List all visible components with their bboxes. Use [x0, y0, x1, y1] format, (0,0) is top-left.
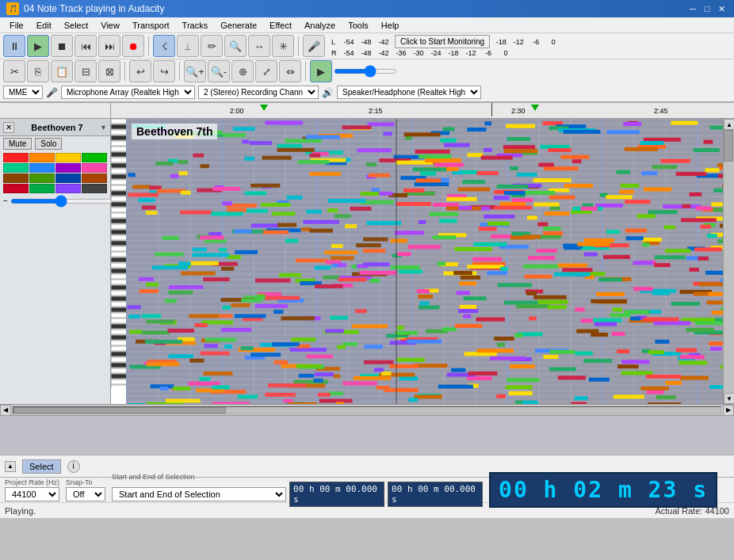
vu-tick--48: -48 [357, 38, 375, 46]
multi-tool[interactable]: ✳ [272, 35, 294, 57]
draw-tool[interactable]: ✏ [201, 35, 223, 57]
zoom-sel-button[interactable]: ⊕ [231, 60, 254, 82]
color-cell-teal[interactable] [3, 163, 29, 173]
menu-analyze[interactable]: Analyze [298, 19, 342, 32]
rewind-button[interactable]: ⏮ [75, 35, 97, 57]
track-dropdown-button[interactable]: ▼ [100, 124, 107, 131]
color-cell-crimson[interactable] [3, 184, 29, 193]
device-row: MME 🎤 Microphone Array (Realtek High 2 (… [0, 83, 734, 102]
bottom-left-triangle[interactable]: ▲ [5, 461, 16, 472]
envelope-tool[interactable]: ⟂ [177, 35, 199, 57]
cut-button[interactable]: ✂ [3, 60, 25, 82]
scroll-right-arrow[interactable]: ▶ [723, 405, 734, 416]
skip-end-button[interactable]: ⏭ [98, 35, 120, 57]
playhead-right-marker [531, 105, 539, 111]
color-cell-violet[interactable] [55, 184, 81, 193]
menu-file[interactable]: File [3, 19, 30, 32]
menu-tools[interactable]: Tools [342, 19, 375, 32]
h-scroll-thumb[interactable] [13, 407, 226, 413]
color-cell-navy[interactable] [55, 173, 81, 183]
paste-button[interactable]: 📋 [51, 60, 73, 82]
trim-button[interactable]: ⊟ [75, 60, 97, 82]
color-cell-green[interactable] [82, 153, 107, 162]
color-cell-lime[interactable] [29, 173, 55, 183]
mute-button[interactable]: Mute [3, 138, 32, 150]
channels-select[interactable]: 2 (Stereo) Recording Chann [198, 86, 319, 99]
vu-numbers-row3: -54 -48 -42 -36 -30 -24 -18 -12 -6 0 [340, 49, 514, 57]
color-cell-yellow[interactable] [55, 153, 81, 162]
playback-speed-slider[interactable] [334, 69, 397, 74]
menu-edit[interactable]: Edit [30, 19, 58, 32]
toolbar-row-2: ✂ ⎘ 📋 ⊟ ⊠ ↩ ↪ 🔍+ 🔍- ⊕ ⤢ ⇔ ▶ [0, 59, 734, 83]
color-cell-red[interactable] [3, 153, 29, 162]
color-cell-brown[interactable] [3, 173, 29, 183]
host-select[interactable]: MME [3, 86, 43, 99]
scroll-thumb[interactable] [724, 130, 733, 162]
color-cell-purple[interactable] [55, 163, 81, 173]
zoom-tool[interactable]: 🔍 [224, 35, 247, 57]
selection-tool[interactable]: ☇ [153, 35, 175, 57]
snap-to-label: Snap-To [66, 478, 105, 486]
vu-tick2--24: -24 [427, 49, 445, 57]
silence-button[interactable]: ⊠ [98, 60, 120, 82]
playback-cursor [491, 103, 492, 116]
color-cell-rust[interactable] [82, 173, 107, 183]
menu-generate[interactable]: Generate [214, 19, 263, 32]
menu-transport[interactable]: Transport [126, 19, 176, 32]
scroll-down-arrow[interactable]: ▼ [724, 393, 734, 404]
menu-help[interactable]: Help [375, 19, 406, 32]
selection-label: Start and End of Selection [112, 473, 483, 481]
copy-button[interactable]: ⎘ [27, 60, 49, 82]
toolbar-row-1: ⏸ ▶ ⏹ ⏮ ⏭ ⏺ ☇ ⟂ ✏ 🔍 ↔ ✳ 🎤 L -54 -48 -42 … [0, 33, 734, 59]
zoom-out-button[interactable]: 🔍- [208, 60, 230, 82]
snap-to-select[interactable]: Off [66, 487, 105, 501]
maximize-button[interactable]: □ [701, 2, 713, 15]
menu-tracks[interactable]: Tracks [176, 19, 215, 32]
info-button[interactable]: i [67, 460, 80, 473]
project-rate-select[interactable]: 44100 [5, 487, 59, 501]
selection-type-select[interactable]: Start and End of Selection [112, 487, 286, 501]
vu-numbers-row2: -18 -12 -6 0 [492, 38, 562, 46]
microphone-select[interactable]: Microphone Array (Realtek High [61, 86, 195, 99]
redo-button[interactable]: ↪ [153, 60, 175, 82]
sep-2 [298, 36, 299, 55]
minimize-button[interactable]: ─ [686, 2, 699, 15]
scroll-up-arrow[interactable]: ▲ [724, 119, 734, 130]
timeshift-tool[interactable]: ↔ [248, 35, 270, 57]
record-button[interactable]: ⏺ [122, 35, 144, 57]
play-at-speed-button[interactable]: ▶ [310, 60, 332, 82]
stop-button[interactable]: ⏹ [51, 35, 73, 57]
select-button[interactable]: Select [22, 459, 61, 474]
color-cell-emerald[interactable] [29, 184, 55, 193]
pause-button[interactable]: ⏸ [3, 35, 25, 57]
play-button[interactable]: ▶ [27, 35, 49, 57]
scroll-left-arrow[interactable]: ◀ [0, 405, 11, 416]
time-end-input[interactable]: 00 h 00 m 00.000 s [388, 482, 483, 507]
title-bar-controls: ─ □ ✕ [686, 2, 728, 15]
solo-button[interactable]: Solo [35, 138, 62, 150]
color-cell-blue[interactable] [29, 163, 55, 173]
vu-tick2--54: -54 [340, 49, 357, 57]
menu-effect[interactable]: Effect [263, 19, 298, 32]
monitoring-button[interactable]: Click to Start Monitoring [395, 35, 490, 48]
mic-button[interactable]: 🎤 [303, 35, 325, 57]
zoom-toggle-button[interactable]: ⇔ [279, 60, 301, 82]
velocity-slider[interactable] [10, 199, 113, 204]
ruler-left-spacer [0, 103, 111, 118]
time-start-input[interactable]: 00 h 00 m 00.000 s [289, 482, 384, 507]
speaker-select[interactable]: Speaker/Headphone (Realtek High [337, 86, 481, 99]
close-button[interactable]: ✕ [715, 2, 728, 15]
color-cell-orange[interactable] [29, 153, 55, 162]
undo-button[interactable]: ↩ [129, 60, 151, 82]
app-icon: 🎵 [6, 2, 19, 15]
zoom-in-button[interactable]: 🔍+ [184, 60, 206, 82]
track-title-overlay: Beethoven 7th [132, 124, 217, 139]
menu-view[interactable]: View [94, 19, 126, 32]
track-view-container: Beethoven 7th [111, 119, 723, 404]
zoom-fit-button[interactable]: ⤢ [255, 60, 277, 82]
track-close-button[interactable]: ✕ [3, 122, 14, 133]
track-header: ✕ Beethoven 7 ▼ [0, 119, 110, 136]
color-cell-dark[interactable] [82, 184, 107, 193]
color-cell-pink[interactable] [82, 163, 107, 173]
menu-select[interactable]: Select [58, 19, 95, 32]
